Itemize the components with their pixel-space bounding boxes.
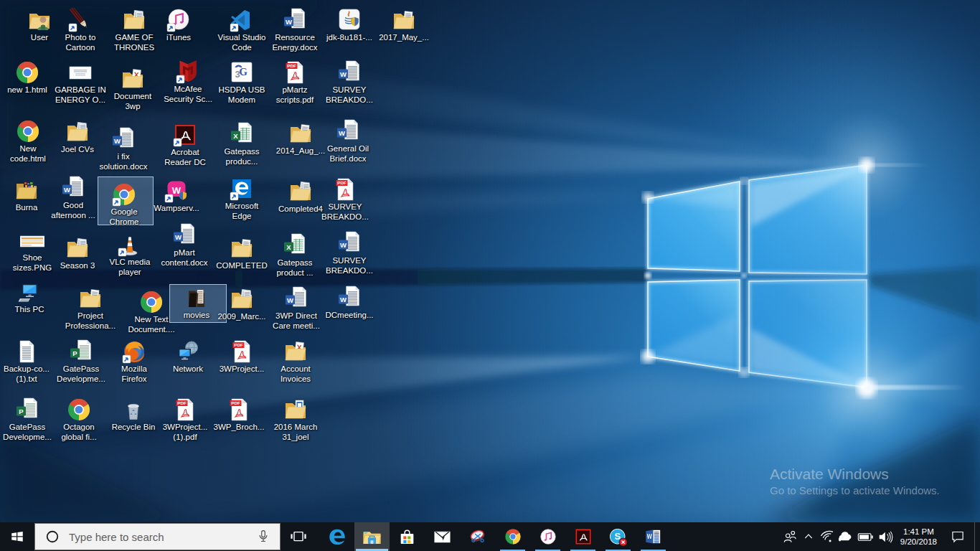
png-thumb-icon [20, 228, 44, 253]
wifi-tray-icon[interactable] [817, 522, 836, 551]
icon-label: Document 3wp [114, 92, 151, 111]
desktop-icon-survey-breakdown-pdf[interactable]: PDF SURVEY BREAKDO... [314, 177, 376, 222]
desktop-icon-vlc[interactable]: VLC media player [99, 232, 161, 277]
desktop-icon-mozilla-firefox[interactable]: Mozilla Firefox [103, 339, 165, 384]
desktop-icon-2016-march-31[interactable]: 2016 March 31_joel [265, 397, 326, 442]
action-center-icon[interactable] [941, 522, 974, 551]
desktop-icon-pmart-content[interactable]: WpMart content.docx [154, 223, 215, 268]
edge-icon [230, 176, 254, 201]
icon-label: Wampserv... [154, 204, 199, 214]
desktop-icon-2017-may[interactable]: 2017_May_... [373, 8, 435, 43]
taskbar-app-itunes[interactable] [530, 522, 565, 551]
folder-docs-icon [65, 236, 90, 260]
taskbar-app-chrome[interactable] [495, 522, 530, 551]
desktop-icon-jdk[interactable]: jdk-8u181-... [319, 8, 380, 43]
icon-label: GARBAGE IN ENERGY O... [55, 85, 106, 105]
desktop-icon-backup-co-txt[interactable]: Backup-co... (1).txt [0, 339, 57, 384]
folder-doc-icon [78, 286, 103, 311]
desktop-icon-account-invoices[interactable]: Account Invoices [265, 339, 326, 384]
itunes-icon [166, 8, 191, 32]
desktop-icon-2009-marc[interactable]: 2009_Marc... [211, 287, 273, 322]
desktop-icon-wampserver[interactable]: W Wampserv... [146, 179, 207, 214]
desktop-icon-acrobat-reader[interactable]: Acrobat Reader DC [154, 123, 216, 167]
folder-dark-icon [184, 286, 209, 310]
desktop-icon-survey-breakdown-2[interactable]: WSURVEY BREAKDO... [319, 231, 380, 276]
cloud-tray-icon[interactable] [836, 522, 856, 551]
desktop-icon-octagon-global[interactable]: Octagon global fi... [48, 397, 110, 442]
clock-date: 9/20/2018 [900, 537, 937, 547]
icon-label: New code.html [10, 144, 46, 164]
desktop-icon-microsoft-edge[interactable]: Microsoft Edge [211, 176, 273, 221]
icon-label: McAfee Security Sc... [164, 85, 212, 104]
taskbar-app-file-explorer[interactable] [354, 522, 390, 551]
desktop-icon-rensource-energy[interactable]: WRensource Energy.docx [264, 8, 326, 52]
desktop-icon-pmartz-scripts[interactable]: PDF pMartz scripts.pdf [264, 60, 326, 105]
chrome-icon [139, 290, 164, 314]
taskbar-clock[interactable]: 1:41 PM 9/20/2018 [896, 527, 941, 547]
icon-label: Gatepass produc... [224, 147, 259, 166]
desktop-icon-i-fix-solution[interactable]: Wi fix solution.docx [93, 127, 154, 171]
mcafee-icon [176, 60, 200, 84]
icon-label: SURVEY BREAKDO... [321, 202, 369, 222]
desktop-icon-gatepass-produc[interactable]: XGatepass produc... [211, 122, 273, 166]
desktop-icon-network[interactable]: Network [157, 339, 219, 375]
thispc-icon [17, 280, 42, 304]
pdf-icon: PDF [227, 397, 251, 422]
desktop-icon-mcafee[interactable]: McAfee Security Sc... [157, 60, 219, 104]
desktop-icon-3wproject-1-pdf[interactable]: PDF 3WProject... (1).pdf [154, 397, 216, 442]
icon-label: new 1.html [7, 85, 47, 95]
system-tray: 1:41 PM 9/20/2018 [781, 522, 980, 551]
icon-label: Good afternoon ... [51, 201, 95, 220]
desktop-icon-document-3wp[interactable]: Document 3wp [102, 67, 164, 111]
vlc-icon [118, 232, 142, 257]
icon-label: GatePass Developme... [3, 423, 52, 442]
desktop-icon-3wproject-1[interactable]: PDF 3WProject... [211, 339, 273, 375]
desktop-icon-dcmeeting[interactable]: WDCmeeting... [319, 286, 380, 321]
taskbar-app-store[interactable] [390, 522, 425, 551]
svg-text:W: W [175, 233, 182, 241]
icon-label: Season 3 [60, 261, 95, 271]
projp-icon: P [15, 397, 39, 422]
start-button[interactable] [0, 522, 34, 551]
taskbar-app-snip[interactable] [460, 522, 495, 551]
svg-text:W: W [339, 129, 345, 137]
svg-text:PDF: PDF [234, 342, 243, 347]
microphone-icon[interactable] [255, 529, 271, 545]
speaker-tray-icon[interactable] [876, 522, 896, 551]
icon-label: 3WProject... (1).pdf [163, 423, 208, 442]
word-icon: W [61, 176, 85, 200]
activate-windows-watermark: Activate Windows Go to Settings to activ… [770, 465, 940, 499]
taskbar-app-mail[interactable] [425, 522, 460, 551]
pdf-icon: PDF [230, 339, 254, 364]
wamp-icon: W [164, 179, 189, 203]
desktop-icon-gatepass-product[interactable]: XGatepass product ... [264, 233, 326, 278]
taskbar-app-task-view[interactable] [281, 522, 316, 551]
battery-tray-icon[interactable] [856, 522, 876, 551]
svg-text:PDF: PDF [231, 400, 240, 405]
search-placeholder: Type here to search [69, 531, 255, 543]
svg-text:P: P [72, 349, 77, 357]
svg-text:X: X [233, 132, 238, 140]
icon-label: Octagon global fi... [61, 423, 96, 442]
icon-label: VLC media player [110, 258, 151, 277]
show-desktop-button[interactable] [974, 522, 980, 551]
desktop-icon-survey-breakdown-1[interactable]: WSURVEY BREAKDO... [319, 60, 380, 105]
taskbar-app-word[interactable] [636, 522, 671, 551]
desktop-icon-itunes[interactable]: iTunes [148, 8, 209, 43]
people-tray-icon[interactable] [781, 522, 801, 551]
desktop-icon-project-professional[interactable]: Project Professiona... [60, 286, 121, 331]
desktop-icon-general-oil-brief[interactable]: WGeneral Oil Brief.docx [317, 119, 379, 164]
desktop-icon-3wp-broch[interactable]: PDF 3WP_Broch... [208, 397, 270, 433]
icon-label: DCmeeting... [325, 311, 373, 321]
pdf-icon: PDF [173, 397, 197, 422]
taskbar-app-skype[interactable]: S [600, 522, 636, 551]
desktop-icon-this-pc[interactable]: This PC [0, 280, 60, 315]
white-thumb-icon [68, 60, 93, 85]
folder-docs-icon [288, 179, 313, 204]
taskbar-search[interactable]: Type here to search [34, 523, 281, 550]
taskbar-app-acrobat[interactable] [565, 522, 600, 551]
taskbar-app-edge[interactable] [319, 522, 354, 551]
chevron-tray-icon[interactable] [801, 522, 817, 551]
desktop-icon-photo-to-cartoon[interactable]: Photo to Cartoon [50, 8, 111, 52]
cortana-icon [43, 527, 62, 546]
